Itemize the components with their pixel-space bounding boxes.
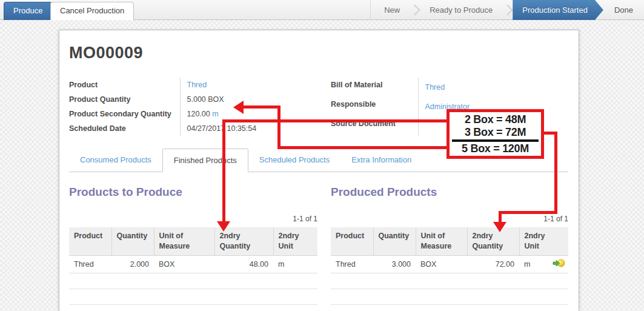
product-secondary-quantity-value: 120.00 m xyxy=(180,107,324,121)
column-header-2ndry-unit[interactable]: 2ndry Unit xyxy=(273,227,317,256)
products-to-produce-title: Products to Produce xyxy=(69,186,317,199)
products-to-produce-table: Product Quantity Unit of Measure 2ndry Q… xyxy=(69,227,317,311)
produced-products-section: Produced Products 1-1 of 1 Product Quant… xyxy=(331,172,568,311)
products-to-produce-pager: 1-1 of 1 xyxy=(69,215,317,224)
table-row[interactable]: Thred 3.000 BOX 72.00 m xyxy=(331,256,568,273)
cancel-production-button[interactable]: Cancel Production xyxy=(50,2,134,20)
empty-row xyxy=(69,273,317,289)
page-title: MO00009 xyxy=(69,44,568,62)
source-document-value xyxy=(418,116,567,136)
column-header-uom[interactable]: Unit of Measure xyxy=(416,227,467,256)
empty-row xyxy=(331,305,568,311)
cell-product: Thred xyxy=(69,256,111,273)
column-header-product[interactable]: Product xyxy=(69,227,111,256)
produced-products-title: Produced Products xyxy=(331,186,568,199)
produce-action-icon[interactable] xyxy=(553,261,565,270)
column-header-action xyxy=(549,227,568,256)
responsible-value-link[interactable]: Administrator xyxy=(425,102,470,111)
column-header-quantity[interactable]: Quantity xyxy=(111,227,154,256)
empty-row xyxy=(331,273,568,289)
cell-2ndry-quantity: 48.00 xyxy=(214,256,273,273)
produced-products-table: Product Quantity Unit of Measure 2ndry Q… xyxy=(331,227,568,311)
column-header-2ndry-quantity[interactable]: 2ndry Quantity xyxy=(467,227,519,256)
cell-product: Thred xyxy=(331,256,373,273)
product-quantity-label: Product Quantity xyxy=(69,92,180,107)
cell-2ndry-unit: m xyxy=(519,256,549,273)
scheduled-date-value: 04/27/2017 10:35:54 xyxy=(180,121,324,136)
statusbar: New Ready to Produce Production Started … xyxy=(370,0,644,20)
status-production-started-active[interactable]: Production Started xyxy=(513,0,603,20)
cell-2ndry-unit: m xyxy=(273,256,317,273)
product-quantity-value: 5.000 BOX xyxy=(180,92,324,107)
secondary-unit-link[interactable]: m xyxy=(212,110,218,118)
notebook-tabs: Consumed Products Finished Products Sche… xyxy=(69,149,568,172)
scheduled-date-label: Scheduled Date xyxy=(69,121,180,136)
cell-quantity: 3.000 xyxy=(373,256,416,273)
product-label: Product xyxy=(69,78,180,92)
status-ready-to-produce[interactable]: Ready to Produce xyxy=(416,0,506,20)
tab-finished-products[interactable]: Finished Products xyxy=(162,149,248,172)
tab-consumed-products[interactable]: Consumed Products xyxy=(69,149,162,172)
produce-button[interactable]: Produce xyxy=(4,2,52,20)
empty-row xyxy=(331,289,568,305)
product-value-link[interactable]: Thred xyxy=(187,81,207,89)
bill-of-material-label: Bill of Material xyxy=(331,78,418,97)
secondary-quantity-number: 120.00 xyxy=(187,110,210,118)
cell-2ndry-quantity: 72.00 xyxy=(467,256,519,273)
column-header-quantity[interactable]: Quantity xyxy=(373,227,416,256)
top-action-bar: Produce Cancel Production New Ready to P… xyxy=(0,0,644,20)
column-header-2ndry-quantity[interactable]: 2ndry Quantity xyxy=(214,227,273,256)
empty-row xyxy=(69,289,317,305)
column-header-uom[interactable]: Unit of Measure xyxy=(154,227,214,256)
tab-extra-information[interactable]: Extra Information xyxy=(340,149,422,172)
field-group-left: Product Thred Product Quantity 5.000 BOX… xyxy=(69,78,324,136)
field-groups: Product Thred Product Quantity 5.000 BOX… xyxy=(69,78,568,136)
source-document-label: Source Document xyxy=(331,116,418,136)
status-done[interactable]: Done xyxy=(603,0,644,20)
cell-uom: BOX xyxy=(416,256,467,273)
product-secondary-quantity-label: Product Secondary Quantity xyxy=(69,107,180,121)
produced-products-pager: 1-1 of 1 xyxy=(331,215,568,224)
column-header-2ndry-unit[interactable]: 2ndry Unit xyxy=(519,227,549,256)
field-group-right: Bill of Material Thred Responsible Admin… xyxy=(331,78,567,136)
status-new[interactable]: New xyxy=(371,0,413,20)
column-header-product[interactable]: Product xyxy=(331,227,373,256)
products-to-produce-section: Products to Produce 1-1 of 1 Product Qua… xyxy=(69,172,317,311)
cell-quantity: 2.000 xyxy=(111,256,154,273)
responsible-label: Responsible xyxy=(331,97,418,116)
tab-scheduled-products[interactable]: Scheduled Products xyxy=(248,149,340,172)
finished-products-panel: Products to Produce 1-1 of 1 Product Qua… xyxy=(69,172,568,311)
bill-of-material-value-link[interactable]: Thred xyxy=(425,83,445,92)
form-sheet: MO00009 Product Thred Product Quantity 5… xyxy=(59,30,579,311)
empty-row xyxy=(69,305,317,311)
table-row[interactable]: Thred 2.000 BOX 48.00 m xyxy=(69,256,317,273)
cell-uom: BOX xyxy=(154,256,214,273)
